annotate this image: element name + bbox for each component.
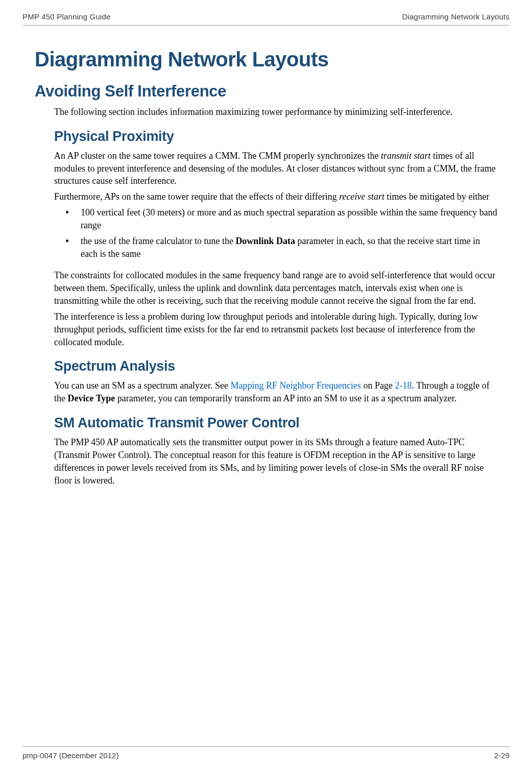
bold-text: Downlink Data [235,236,295,246]
paragraph: Furthermore, APs on the same tower requi… [54,190,497,203]
intro-paragraph: The following section includes informati… [54,106,497,118]
text: An AP cluster on the same tower requires… [54,151,381,161]
text: the use of the frame calculator to tune … [81,236,235,246]
italic-text: receive start [339,191,384,202]
page-header: PMP 450 Planning Guide Diagramming Netwo… [22,12,510,26]
paragraph: An AP cluster on the same tower requires… [54,150,497,187]
footer-left: pmp-0047 (December 2012) [22,751,118,760]
heading-physical-proximity: Physical Proximity [54,129,497,144]
text: times be mitigated by either [384,191,489,202]
paragraph: The PMP 450 AP automatically sets the tr… [54,436,497,487]
link-page[interactable]: 2-18 [395,380,412,391]
page-content: Diagramming Network Layouts Avoiding Sel… [22,26,510,487]
header-right: Diagramming Network Layouts [402,12,510,21]
bold-text: Device Type [68,393,115,403]
list-item: 100 vertical feet (30 meters) or more an… [54,206,497,232]
bullet-list: 100 vertical feet (30 meters) or more an… [54,206,497,260]
text: You can use an SM as a spectrum analyzer… [54,380,231,391]
header-left: PMP 450 Planning Guide [22,12,111,21]
text: Furthermore, APs on the same tower requi… [54,191,339,202]
list-item: the use of the frame calculator to tune … [54,235,497,260]
paragraph: The constraints for collocated modules i… [54,269,497,307]
page-footer: pmp-0047 (December 2012) 2-29 [22,746,510,760]
text: parameter, you can temporarily transform… [115,393,456,403]
paragraph: You can use an SM as a spectrum analyzer… [54,379,497,405]
heading-2: Avoiding Self Interference [35,82,497,101]
heading-spectrum-analysis: Spectrum Analysis [54,358,497,374]
footer-right: 2-29 [494,751,510,760]
heading-1: Diagramming Network Layouts [35,48,497,71]
link-text[interactable]: Mapping RF Neighbor Frequencies [231,380,361,391]
text: on Page [361,380,395,391]
heading-sm-auto-transmit: SM Automatic Transmit Power Control [54,415,497,431]
italic-text: transmit start [381,151,431,161]
paragraph: The interference is less a problem durin… [54,310,497,348]
